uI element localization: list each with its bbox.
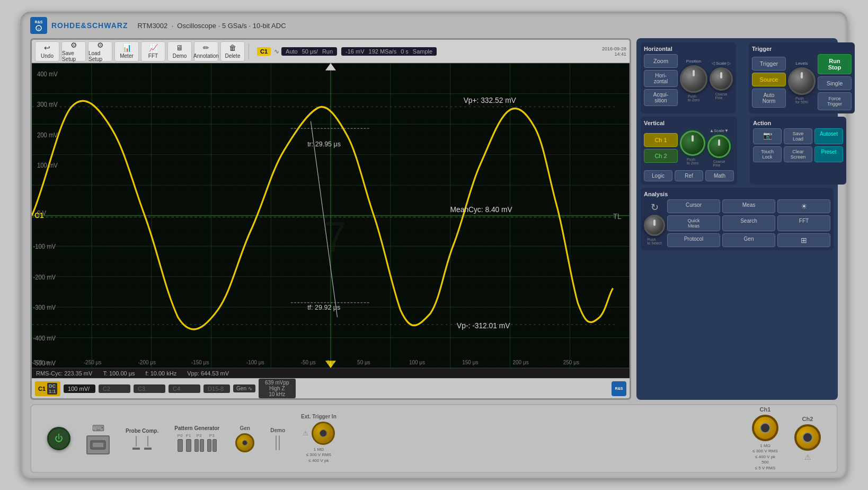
usb-icon: ⌨ (92, 423, 104, 433)
vertical-ch1-knob[interactable] (680, 130, 705, 156)
ext-trigger-label: Ext. Trigger In (301, 414, 336, 419)
vertical-scale-knob[interactable] (707, 135, 731, 158)
cursor-button[interactable]: Cursor (667, 199, 720, 213)
save-setup-button[interactable]: ⚙ Save Setup (61, 41, 86, 62)
ch1-connector[interactable] (752, 415, 778, 441)
autoset-button[interactable]: Autoset (814, 128, 843, 144)
ch3-strip[interactable]: C3 (134, 384, 165, 393)
action-title: Action (753, 120, 843, 126)
acquisition-button[interactable]: Acqui-sition (644, 89, 678, 106)
camera-button[interactable]: 📷 (753, 128, 782, 144)
annotation-button[interactable]: ✏ Annotation (194, 41, 218, 62)
clear-screen-button[interactable]: ClearScreen (784, 146, 812, 162)
svg-text:tr: 29.95 μs: tr: 29.95 μs (307, 140, 341, 148)
ch1-strip[interactable]: C1 DC1:1 (35, 381, 60, 396)
undo-button[interactable]: ↩ Undo (35, 41, 59, 62)
force-trigger-button[interactable]: ForceTrigger (818, 92, 852, 110)
power-button[interactable]: ⏻ (47, 427, 70, 450)
ch2-connector-section: Ch2 ⚠ (794, 416, 821, 461)
gen-coax-connector[interactable] (235, 433, 254, 452)
demo-icon: 🖥 (176, 43, 183, 52)
preset-button[interactable]: Preset (814, 146, 843, 162)
save-load-button[interactable]: SaveLoad (784, 128, 812, 144)
ch1-value[interactable]: 100 mV/ (64, 384, 95, 393)
trigger-section: Trigger Trigger Source AutoNorm Levels P… (749, 42, 855, 113)
ch1-button[interactable]: Ch 1 (644, 133, 678, 147)
trigger-button[interactable]: Trigger (752, 57, 786, 71)
logic-button[interactable]: Logic (644, 170, 672, 181)
toolbar-separator (249, 43, 249, 59)
scale-arrows: ◁ Scale ▷ (712, 61, 731, 66)
gen-analysis-button[interactable]: Gen (722, 233, 775, 247)
svg-text:50 μs: 50 μs (357, 360, 370, 365)
quick-meas-button[interactable]: QuickMeas (667, 215, 720, 231)
right-panel: Horizontal Zoom Hori-zontal Acqui-sition… (636, 38, 838, 400)
rs-logo-badge: R&S ◇ (30, 17, 47, 34)
freq-status: f: 10.00 kHz (146, 370, 177, 377)
levels-label: Levels (795, 61, 808, 66)
svg-text:Vp-: -312.01 mV: Vp-: -312.01 mV (457, 321, 510, 330)
probe-comp-label: Probe Comp. (126, 428, 158, 434)
svg-text:R&S: R&S (35, 20, 43, 24)
demo-button[interactable]: 🖥 Demo (167, 41, 192, 62)
fft-button[interactable]: 📈 FFT (141, 41, 165, 62)
analysis-section: Analysis ↻ Pushto Select Cursor Meas ☀ Q… (641, 188, 834, 250)
touch-lock-button[interactable]: TouchLock (753, 146, 782, 162)
gen-strip: 639 mVpp High Z 10 kHz (259, 379, 296, 398)
usb-section: ⌨ (86, 423, 110, 454)
ch4-strip[interactable]: C4 (169, 384, 200, 393)
meas-button[interactable]: Meas (722, 199, 775, 213)
source-button[interactable]: Source (752, 73, 786, 86)
channel-info: C1 ∿ (257, 47, 279, 56)
trigger-levels-knob[interactable] (788, 67, 816, 95)
protocol-button[interactable]: Protocol (667, 233, 720, 247)
svg-text:7: 7 (324, 213, 346, 261)
brand-name: ROHDE&SCHWARZ (51, 21, 128, 30)
horizontal-button[interactable]: Hori-zontal (644, 70, 678, 87)
push-to-zero-label: Pushto Zero (688, 94, 699, 102)
meter-button[interactable]: 📊 Meter (114, 41, 139, 62)
svg-rect-67 (93, 443, 103, 447)
horizontal-scale-knob[interactable] (710, 67, 733, 91)
run-stop-button[interactable]: RunStop (818, 54, 852, 74)
rms-status: RMS-Cyc: 223.35 mV (36, 370, 92, 377)
svg-text:TL: TL (613, 212, 622, 221)
probe-connectors (132, 436, 152, 450)
push-to-select-label: Pushto Select (647, 238, 661, 245)
main-area: ↩ Undo ⚙ Save Setup ⚙ Load Setup 📊 Meter… (30, 38, 838, 400)
brightness-button[interactable]: ☀ (777, 199, 830, 213)
apps-button[interactable]: ⊞ (777, 233, 830, 247)
demo-fp-section: Demo (270, 427, 285, 450)
d15-8-strip[interactable]: D15-8 (203, 384, 230, 393)
annotation-icon: ✏ (203, 43, 209, 52)
math-button[interactable]: Math (705, 170, 734, 181)
single-button[interactable]: Single (818, 76, 852, 90)
svg-text:250 μs: 250 μs (563, 360, 579, 365)
zoom-button[interactable]: Zoom (644, 54, 678, 68)
load-setup-icon: ⚙ (97, 41, 104, 49)
signal-canvas: 400 mV 300 mV 200 mV 100 mV 0 V -100 mV … (32, 63, 630, 368)
auto-norm-button[interactable]: AutoNorm (752, 89, 786, 108)
delete-icon: 🗑 (229, 43, 236, 52)
probe-comp-section: Probe Comp. (126, 428, 158, 450)
ch2-connector[interactable] (794, 424, 821, 451)
push-to-zero-v-label: Pushto Zero (687, 158, 698, 165)
vertical-title: Vertical (644, 120, 734, 126)
ref-button[interactable]: Ref (675, 170, 703, 181)
demo-fp-label: Demo (270, 427, 285, 433)
ch2-button[interactable]: Ch 2 (644, 149, 678, 163)
search-button[interactable]: Search (722, 215, 775, 231)
rs-badge-small: R&S (612, 381, 626, 396)
usb-port[interactable] (86, 435, 110, 454)
channel-values: Auto 50 μs/ Run (281, 47, 337, 56)
delete-button[interactable]: 🗑 Delete (220, 41, 245, 62)
analysis-knob[interactable] (644, 215, 665, 236)
ch2-fp-label: Ch2 (802, 416, 813, 422)
load-setup-button[interactable]: ⚙ Load Setup (88, 41, 112, 62)
horizontal-position-knob[interactable] (680, 65, 707, 93)
ext-trigger-connector[interactable] (312, 422, 335, 445)
refresh-icon: ↻ (651, 202, 659, 213)
fft-analysis-button[interactable]: FFT (777, 215, 830, 231)
ch2-strip[interactable]: C2 (99, 384, 130, 393)
ch1-warning: 1 MΩ≤ 300 V RMS≤ 400 V pk500≤ 5 V RMS (752, 443, 778, 471)
